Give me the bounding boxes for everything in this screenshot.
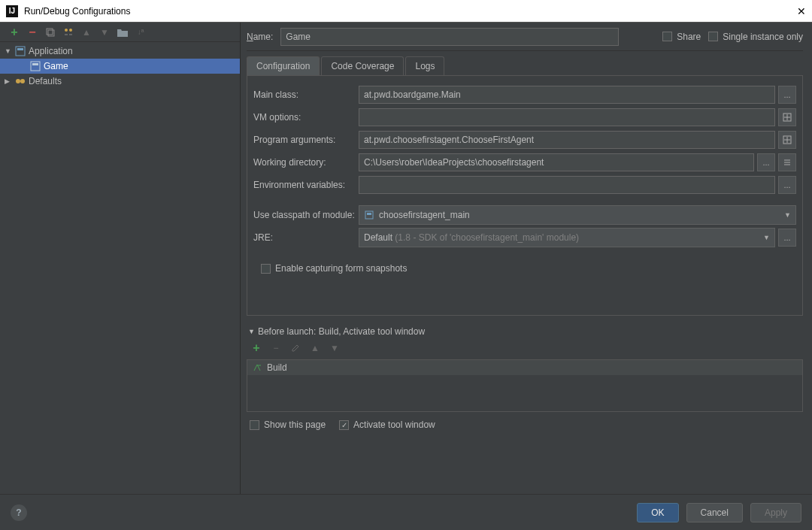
vm-options-input[interactable] — [359, 108, 775, 126]
cancel-button[interactable]: Cancel — [686, 503, 743, 522]
collapse-icon[interactable]: ▼ — [248, 328, 255, 335]
main-class-label: Main class: — [253, 89, 359, 100]
vm-options-expand-button[interactable] — [778, 108, 796, 126]
name-row: Name: Share Single instance only — [247, 23, 803, 51]
bl-remove-button[interactable]: − — [269, 341, 283, 355]
config-tree[interactable]: ▼ Application Game ▶ — [0, 42, 240, 494]
jre-prefix: Default — [364, 232, 392, 243]
svg-point-9 — [20, 79, 25, 83]
jre-select[interactable]: Default (1.8 - SDK of 'choosefirstagent_… — [359, 228, 775, 247]
svg-rect-6 — [31, 62, 40, 71]
window-title: Run/Debug Configurations — [24, 6, 130, 17]
program-args-expand-button[interactable] — [778, 131, 796, 149]
tabs: Configuration Code Coverage Logs — [247, 56, 803, 75]
edit-defaults-button[interactable] — [62, 26, 75, 39]
classpath-value: choosefirstagent_main — [379, 210, 470, 220]
svg-rect-13 — [367, 213, 371, 215]
tree-node-application[interactable]: ▼ Application — [0, 44, 240, 59]
name-label: Name: — [247, 32, 273, 42]
bl-up-button[interactable]: ▲ — [308, 341, 322, 355]
activate-tool-window-label: Activate tool window — [353, 419, 435, 430]
svg-rect-5 — [17, 48, 23, 50]
run-config-icon — [30, 61, 41, 71]
copy-config-button[interactable] — [44, 26, 57, 39]
build-icon — [252, 362, 262, 373]
env-vars-input[interactable] — [359, 176, 775, 194]
chevron-down-icon: ▼ — [784, 211, 791, 219]
svg-rect-7 — [32, 63, 38, 65]
working-dir-list-button[interactable] — [778, 153, 796, 171]
before-launch-header[interactable]: ▼ Before launch: Build, Activate tool wi… — [247, 326, 803, 337]
config-toolbar: + − ▲ ▼ ↓ª — [0, 23, 240, 42]
tree-node-game[interactable]: Game — [0, 59, 240, 74]
working-dir-input[interactable] — [359, 153, 754, 171]
svg-point-3 — [69, 29, 72, 32]
program-args-input[interactable] — [359, 131, 775, 149]
single-instance-label: Single instance only — [723, 32, 803, 42]
single-instance-checkbox[interactable] — [708, 32, 718, 41]
name-input[interactable] — [280, 28, 619, 46]
module-icon — [364, 210, 374, 220]
before-launch-list[interactable]: Build — [247, 359, 803, 412]
tree-node-defaults[interactable]: ▶ Defaults — [0, 74, 240, 89]
close-icon[interactable]: ✕ — [797, 5, 806, 17]
right-panel: Name: Share Single instance only Configu… — [241, 23, 812, 494]
dialog-footer: ? OK Cancel Apply — [0, 494, 812, 530]
move-up-button[interactable]: ▲ — [80, 26, 93, 39]
ok-button[interactable]: OK — [637, 503, 678, 522]
classpath-select[interactable]: choosefirstagent_main ▼ — [359, 205, 796, 225]
application-icon — [15, 46, 26, 56]
env-vars-browse-button[interactable]: ... — [778, 176, 796, 194]
svg-point-8 — [16, 79, 20, 83]
enable-snapshots-checkbox-wrap[interactable]: Enable capturing form snapshots — [261, 263, 407, 274]
single-instance-checkbox-wrap[interactable]: Single instance only — [708, 32, 803, 42]
expand-icon[interactable]: ▶ — [5, 77, 12, 85]
configuration-panel: Main class: ... VM options: Program argu… — [247, 75, 803, 316]
before-launch-toolbar: + − ▲ ▼ — [247, 337, 803, 359]
working-dir-browse-button[interactable]: ... — [757, 153, 775, 171]
before-launch-title: Before launch: Build, Activate tool wind… — [258, 326, 425, 337]
share-checkbox[interactable] — [662, 32, 672, 41]
expand-icon[interactable]: ▼ — [5, 47, 12, 55]
jre-label: JRE: — [253, 232, 359, 243]
bl-add-button[interactable]: + — [250, 341, 263, 355]
remove-config-button[interactable]: − — [26, 26, 39, 39]
tree-label-application: Application — [29, 46, 73, 56]
svg-rect-0 — [47, 29, 53, 35]
app-icon: IJ — [6, 5, 18, 17]
show-this-page-checkbox-wrap[interactable]: Show this page — [250, 419, 326, 430]
tab-code-coverage[interactable]: Code Coverage — [321, 56, 404, 75]
add-config-button[interactable]: + — [8, 26, 21, 39]
tree-label-defaults: Defaults — [29, 76, 62, 86]
main-class-browse-button[interactable]: ... — [778, 86, 796, 104]
share-checkbox-wrap[interactable]: Share — [662, 32, 701, 42]
enable-snapshots-checkbox[interactable] — [261, 264, 271, 274]
help-button[interactable]: ? — [11, 504, 27, 521]
jre-browse-button[interactable]: ... — [778, 229, 796, 247]
move-down-button[interactable]: ▼ — [98, 26, 111, 39]
left-panel: + − ▲ ▼ ↓ª ▼ — [0, 23, 241, 494]
vm-options-label: VM options: — [253, 112, 359, 123]
bl-down-button[interactable]: ▼ — [328, 341, 341, 355]
tab-logs[interactable]: Logs — [405, 56, 444, 75]
show-this-page-checkbox[interactable] — [250, 420, 259, 430]
svg-rect-1 — [48, 30, 54, 36]
bl-edit-button[interactable] — [289, 341, 302, 355]
chevron-down-icon: ▼ — [763, 234, 770, 241]
activate-tool-window-checkbox-wrap[interactable]: Activate tool window — [339, 419, 435, 430]
sort-button[interactable]: ↓ª — [134, 26, 147, 39]
program-args-label: Program arguments: — [253, 135, 359, 145]
enable-snapshots-label: Enable capturing form snapshots — [275, 263, 407, 274]
main-class-input[interactable] — [359, 86, 775, 104]
folder-button[interactable] — [116, 26, 129, 39]
activate-tool-window-checkbox[interactable] — [339, 420, 349, 430]
defaults-icon — [15, 76, 26, 86]
tab-configuration[interactable]: Configuration — [247, 56, 320, 75]
build-item-label: Build — [267, 362, 287, 373]
show-this-page-label: Show this page — [264, 419, 326, 430]
list-item[interactable]: Build — [247, 360, 802, 375]
apply-button[interactable]: Apply — [750, 503, 801, 522]
env-vars-label: Environment variables: — [253, 180, 359, 190]
working-dir-label: Working directory: — [253, 157, 359, 168]
titlebar: IJ Run/Debug Configurations ✕ — [0, 0, 812, 23]
